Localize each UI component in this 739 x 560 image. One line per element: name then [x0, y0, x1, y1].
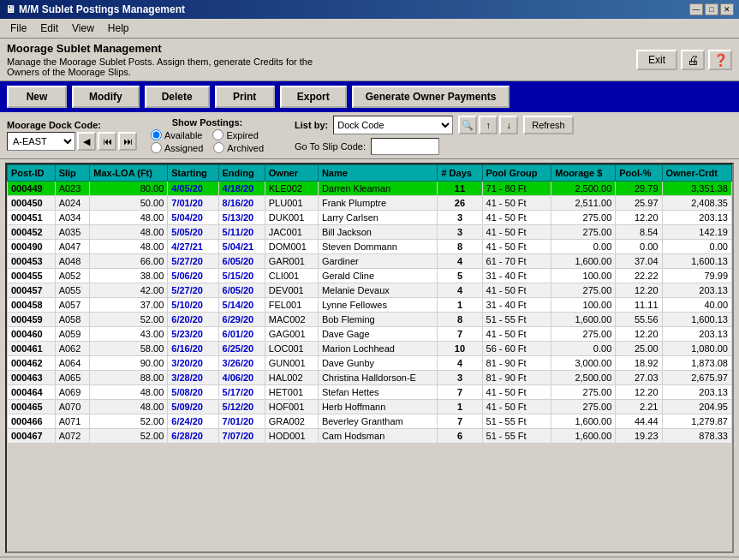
minimize-button[interactable]: —: [689, 3, 703, 15]
table-row[interactable]: 000451A03448.005/04/205/13/20DUK001Larry…: [8, 211, 732, 225]
dock-code-row: A-EAST A-WEST B-EAST ◀ ⏮ ⏭: [7, 132, 137, 151]
refresh-button[interactable]: Refresh: [523, 116, 574, 134]
table-row[interactable]: 000462A06490.003/20/203/26/20GUN001Dave …: [8, 356, 732, 371]
cell-owner: HET001: [265, 385, 318, 400]
table-row[interactable]: 000490A04748.004/27/215/04/21DOM001Steve…: [8, 240, 732, 254]
print-button[interactable]: Print: [215, 86, 275, 108]
grid-container: Post-ID Slip Max-LOA (Ft) Starting Endin…: [5, 163, 734, 553]
cell-moorage: 1,600.00: [551, 254, 616, 269]
cell-ownerCrdt: 1,600.13: [662, 254, 732, 269]
delete-button[interactable]: Delete: [145, 86, 210, 108]
cell-name: Frank Plumptre: [318, 196, 438, 211]
table-row[interactable]: 000465A07048.005/09/205/12/20HOF001Herb …: [8, 400, 732, 414]
radio-expired[interactable]: Expired: [212, 129, 258, 140]
cell-name: Christina Halldorson-E: [318, 371, 438, 385]
cell-maxLoa: 88.00: [90, 371, 168, 385]
table-row[interactable]: 000463A06588.003/28/204/06/20HAL002Chris…: [8, 371, 732, 385]
toolbar: New Modify Delete Print Export Generate …: [0, 81, 739, 112]
cell-owner: MAC002: [265, 313, 318, 327]
export-button[interactable]: Export: [280, 86, 347, 108]
cell-poolGroup: 56 - 60 Ft: [482, 342, 551, 356]
cell-days: 10: [438, 342, 482, 356]
nav-search-button[interactable]: 🔍: [458, 116, 477, 134]
maximize-button[interactable]: □: [705, 3, 718, 15]
table-row[interactable]: 000457A05542.005/27/206/05/20DEV001Melan…: [8, 283, 732, 298]
cell-poolGroup: 51 - 55 Ft: [482, 313, 551, 327]
table-row[interactable]: 000450A02450.007/01/208/16/20PLU001Frank…: [8, 196, 732, 211]
cell-owner: FEL001: [265, 298, 318, 313]
cell-ownerCrdt: 1,600.13: [662, 313, 732, 327]
cell-days: 1: [438, 400, 482, 414]
cell-ownerCrdt: 40.00: [662, 298, 732, 313]
cell-moorage: 275.00: [551, 283, 616, 298]
new-button[interactable]: New: [7, 86, 67, 108]
cell-ending: 5/14/20: [218, 298, 265, 313]
radio-archived[interactable]: Archived: [213, 142, 264, 153]
cell-name: Marion Lochhead: [318, 342, 438, 356]
table-row[interactable]: 000459A05852.006/20/206/29/20MAC002Bob F…: [8, 313, 732, 327]
cell-maxLoa: 43.00: [90, 327, 168, 342]
cell-maxLoa: 52.00: [90, 414, 168, 429]
cell-days: 4: [438, 254, 482, 269]
cell-name: Beverley Grantham: [318, 414, 438, 429]
modify-button[interactable]: Modify: [72, 86, 140, 108]
col-pool-pct: Pool-%: [616, 165, 662, 182]
cell-days: 6: [438, 429, 482, 444]
menu-help[interactable]: Help: [101, 21, 136, 36]
radio-assigned[interactable]: Assigned: [151, 142, 203, 153]
cell-maxLoa: 50.00: [90, 196, 168, 211]
cell-days: 3: [438, 225, 482, 240]
dock-prev-button[interactable]: ◀: [77, 132, 96, 151]
cell-slip: A047: [55, 240, 90, 254]
help-icon-button[interactable]: ❓: [708, 50, 732, 70]
cell-maxLoa: 80.00: [90, 182, 168, 196]
cell-ending: 4/18/20: [218, 182, 265, 196]
cell-postId: 000451: [8, 211, 56, 225]
table-row[interactable]: 000460A05943.005/23/206/01/20GAG001Dave …: [8, 327, 732, 342]
col-pool-group: Pool Group: [482, 165, 551, 182]
list-by-select[interactable]: Dock Code Slip Owner Date: [333, 116, 453, 134]
cell-name: Cam Hodsman: [318, 429, 438, 444]
cell-poolGroup: 41 - 50 Ft: [482, 225, 551, 240]
print-icon-button[interactable]: 🖨: [681, 50, 705, 70]
menu-view[interactable]: View: [65, 21, 101, 36]
col-moorage: Moorage $: [551, 165, 616, 182]
cell-name: Bob Fleming: [318, 313, 438, 327]
menu-file[interactable]: File: [3, 21, 33, 36]
nav-sort-desc-button[interactable]: ↓: [499, 116, 518, 134]
cell-name: Larry Carlsen: [318, 211, 438, 225]
dock-code-select[interactable]: A-EAST A-WEST B-EAST: [7, 132, 75, 151]
exit-button[interactable]: Exit: [636, 50, 677, 70]
table-row[interactable]: 000467A07252.006/28/207/07/20HOD001Cam H…: [8, 429, 732, 444]
dock-code-section: Moorage Dock Code: A-EAST A-WEST B-EAST …: [7, 120, 137, 151]
table-row[interactable]: 000455A05238.005/06/205/15/20CLI001Geral…: [8, 269, 732, 283]
cell-poolGroup: 31 - 40 Ft: [482, 298, 551, 313]
cell-starting: 5/09/20: [168, 400, 218, 414]
cell-poolGroup: 51 - 55 Ft: [482, 414, 551, 429]
menu-edit[interactable]: Edit: [33, 21, 65, 36]
table-row[interactable]: 000452A03548.005/05/205/11/20JAC001Bill …: [8, 225, 732, 240]
table-row[interactable]: 000458A05737.005/10/205/14/20FEL001Lynne…: [8, 298, 732, 313]
title-bar-controls[interactable]: — □ ✕: [689, 3, 734, 15]
cell-poolGroup: 81 - 90 Ft: [482, 371, 551, 385]
nav-sort-asc-button[interactable]: ↑: [479, 116, 498, 134]
table-row[interactable]: 000453A04866.005/27/206/05/20GAR001Gardi…: [8, 254, 732, 269]
cell-owner: HAL002: [265, 371, 318, 385]
cell-poolPct: 29.79: [616, 182, 662, 196]
grid-wrapper[interactable]: Post-ID Slip Max-LOA (Ft) Starting Endin…: [7, 164, 732, 551]
cell-moorage: 0.00: [551, 342, 616, 356]
dock-first-button[interactable]: ⏮: [98, 132, 116, 151]
generate-button[interactable]: Generate Owner Payments: [352, 86, 510, 108]
slip-code-input[interactable]: [371, 138, 439, 155]
close-button[interactable]: ✕: [720, 3, 734, 15]
table-row[interactable]: 000464A06948.005/08/205/17/20HET001Stefa…: [8, 385, 732, 400]
cell-postId: 000463: [8, 371, 56, 385]
header-buttons: Exit 🖨 ❓: [636, 50, 732, 70]
table-row[interactable]: 000466A07152.006/24/207/01/20GRA002Bever…: [8, 414, 732, 429]
radio-available[interactable]: Available: [151, 129, 202, 140]
cell-ownerCrdt: 878.33: [662, 429, 732, 444]
dock-last-button[interactable]: ⏭: [118, 132, 137, 151]
cell-ending: 3/26/20: [218, 356, 265, 371]
table-row[interactable]: 000449A02380.004/05/204/18/20KLE002Darre…: [8, 182, 732, 196]
table-row[interactable]: 000461A06258.006/16/206/25/20LOC001Mario…: [8, 342, 732, 356]
